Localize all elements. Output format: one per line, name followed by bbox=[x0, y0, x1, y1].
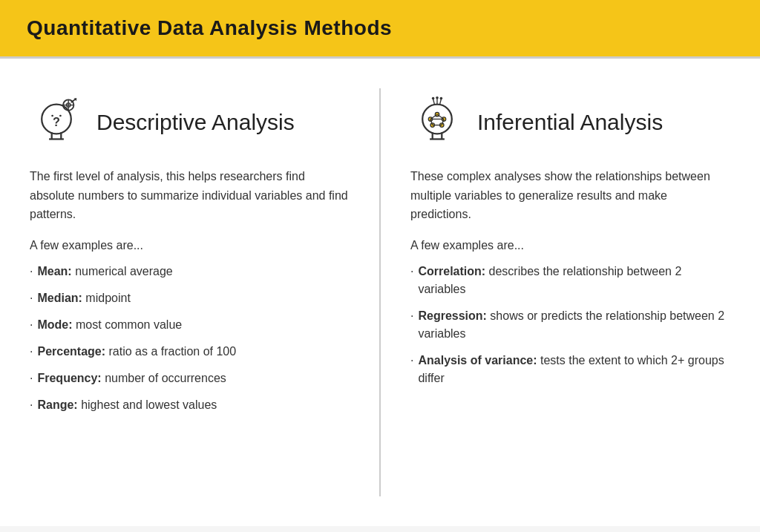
list-item: ·Regression: shows or predicts the relat… bbox=[410, 307, 730, 343]
descriptive-examples-label: A few examples are... bbox=[30, 239, 350, 252]
list-item: ·Mean: numerical average bbox=[30, 263, 350, 280]
list-item: ·Range: highest and lowest values bbox=[30, 396, 350, 414]
list-item: ·Correlation: describes the relationship… bbox=[410, 263, 730, 298]
svg-text:?: ? bbox=[53, 115, 60, 128]
list-item: ·Median: midpoint bbox=[30, 289, 350, 307]
inferential-title: Inferential Analysis bbox=[477, 110, 663, 135]
bullet: · bbox=[30, 289, 33, 307]
descriptive-column: ? Descriptive Analysis The first level o… bbox=[0, 81, 379, 504]
main-content: ? Descriptive Analysis The first level o… bbox=[0, 59, 760, 526]
page-header: Quantitative Data Analysis Methods bbox=[0, 0, 760, 59]
page-title: Quantitative Data Analysis Methods bbox=[27, 16, 733, 40]
bullet: · bbox=[410, 307, 413, 325]
list-item: ·Mode: most common value bbox=[30, 316, 350, 334]
list-item: ·Analysis of variance: tests the extent … bbox=[410, 352, 730, 387]
bullet: · bbox=[30, 343, 33, 361]
list-item: ·Frequency: number of occurrences bbox=[30, 370, 350, 387]
list-item: ·Percentage: ratio as a fraction of 100 bbox=[30, 343, 350, 361]
svg-line-23 bbox=[437, 114, 444, 119]
bullet: · bbox=[30, 370, 33, 387]
bullet: · bbox=[30, 316, 33, 334]
inferential-description: These complex analyses show the relation… bbox=[410, 167, 730, 224]
bullet: · bbox=[30, 263, 33, 280]
svg-line-28 bbox=[433, 99, 435, 105]
svg-point-33 bbox=[440, 97, 443, 100]
svg-line-22 bbox=[430, 114, 437, 119]
svg-point-29 bbox=[432, 97, 435, 100]
descriptive-icon: ? bbox=[30, 96, 83, 149]
descriptive-description: The first level of analysis, this helps … bbox=[30, 167, 350, 224]
inferential-examples-label: A few examples are... bbox=[410, 239, 730, 252]
svg-line-32 bbox=[440, 99, 442, 105]
inferential-examples-list: ·Correlation: describes the relationship… bbox=[410, 263, 730, 387]
inferential-column: Inferential Analysis These complex analy… bbox=[381, 81, 760, 504]
descriptive-examples-list: ·Mean: numerical average·Median: midpoin… bbox=[30, 263, 350, 414]
inferential-icon bbox=[410, 96, 464, 149]
bullet: · bbox=[30, 396, 33, 414]
bullet: · bbox=[410, 352, 413, 370]
bullet: · bbox=[410, 263, 413, 280]
descriptive-title: Descriptive Analysis bbox=[96, 110, 295, 135]
descriptive-header: ? Descriptive Analysis bbox=[30, 96, 350, 149]
inferential-header: Inferential Analysis bbox=[410, 96, 730, 149]
svg-point-31 bbox=[436, 96, 439, 99]
